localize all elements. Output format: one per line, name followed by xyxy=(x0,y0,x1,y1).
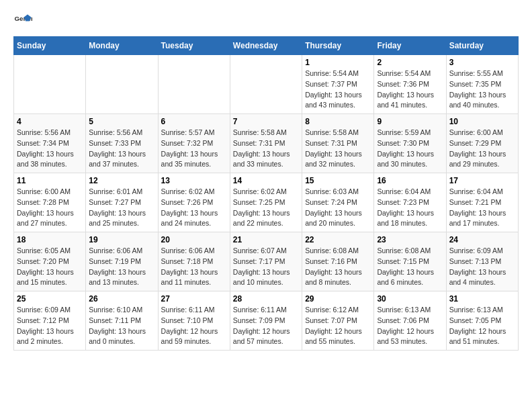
cell-content: Sunrise: 5:59 AM Sunset: 7:30 PM Dayligh… xyxy=(377,128,443,170)
day-number: 22 xyxy=(305,235,371,244)
cell-content: Sunrise: 6:09 AM Sunset: 7:13 PM Dayligh… xyxy=(449,246,515,288)
cell-content: Sunrise: 6:02 AM Sunset: 7:26 PM Dayligh… xyxy=(161,187,227,229)
cell-content: Sunrise: 6:00 AM Sunset: 7:29 PM Dayligh… xyxy=(449,128,515,170)
calendar-cell: 3Sunrise: 5:55 AM Sunset: 7:35 PM Daylig… xyxy=(446,55,518,114)
day-number: 8 xyxy=(305,117,371,126)
calendar-cell xyxy=(86,55,158,114)
day-number: 12 xyxy=(89,176,154,185)
cell-content: Sunrise: 6:06 AM Sunset: 7:18 PM Dayligh… xyxy=(161,246,227,288)
calendar-week-3: 11Sunrise: 6:00 AM Sunset: 7:28 PM Dayli… xyxy=(14,173,519,232)
cell-content: Sunrise: 6:10 AM Sunset: 7:11 PM Dayligh… xyxy=(89,305,154,347)
day-number: 20 xyxy=(161,235,227,244)
calendar-cell: 22Sunrise: 6:08 AM Sunset: 7:16 PM Dayli… xyxy=(302,232,374,291)
calendar-table: SundayMondayTuesdayWednesdayThursdayFrid… xyxy=(13,36,519,351)
calendar-cell: 30Sunrise: 6:13 AM Sunset: 7:06 PM Dayli… xyxy=(374,291,446,351)
day-number: 31 xyxy=(449,294,515,304)
cell-content: Sunrise: 5:58 AM Sunset: 7:31 PM Dayligh… xyxy=(233,128,299,170)
day-number: 24 xyxy=(449,235,515,244)
cell-content: Sunrise: 6:11 AM Sunset: 7:10 PM Dayligh… xyxy=(161,305,227,347)
calendar-cell: 16Sunrise: 6:04 AM Sunset: 7:23 PM Dayli… xyxy=(374,173,446,232)
calendar-cell: 27Sunrise: 6:11 AM Sunset: 7:10 PM Dayli… xyxy=(158,291,230,351)
calendar-cell: 13Sunrise: 6:02 AM Sunset: 7:26 PM Dayli… xyxy=(158,173,230,232)
calendar-week-5: 25Sunrise: 6:09 AM Sunset: 7:12 PM Dayli… xyxy=(14,291,519,351)
calendar-cell: 19Sunrise: 6:06 AM Sunset: 7:19 PM Dayli… xyxy=(86,232,158,291)
calendar-cell: 9Sunrise: 5:59 AM Sunset: 7:30 PM Daylig… xyxy=(374,114,446,173)
calendar-week-4: 18Sunrise: 6:05 AM Sunset: 7:20 PM Dayli… xyxy=(14,232,519,291)
day-number: 16 xyxy=(377,176,443,185)
calendar-cell: 28Sunrise: 6:11 AM Sunset: 7:09 PM Dayli… xyxy=(230,291,302,351)
calendar-cell xyxy=(158,55,230,114)
cell-content: Sunrise: 5:56 AM Sunset: 7:34 PM Dayligh… xyxy=(17,128,83,170)
calendar-week-2: 4Sunrise: 5:56 AM Sunset: 7:34 PM Daylig… xyxy=(14,114,519,173)
cell-content: Sunrise: 6:13 AM Sunset: 7:06 PM Dayligh… xyxy=(377,305,443,347)
cell-content: Sunrise: 6:04 AM Sunset: 7:23 PM Dayligh… xyxy=(377,187,443,229)
cell-content: Sunrise: 6:04 AM Sunset: 7:21 PM Dayligh… xyxy=(449,187,515,229)
cell-content: Sunrise: 5:57 AM Sunset: 7:32 PM Dayligh… xyxy=(161,128,227,170)
calendar-cell: 14Sunrise: 6:02 AM Sunset: 7:25 PM Dayli… xyxy=(230,173,302,232)
cell-content: Sunrise: 6:05 AM Sunset: 7:20 PM Dayligh… xyxy=(17,246,83,288)
calendar-cell: 4Sunrise: 5:56 AM Sunset: 7:34 PM Daylig… xyxy=(14,114,86,173)
cell-content: Sunrise: 6:03 AM Sunset: 7:24 PM Dayligh… xyxy=(305,187,371,229)
calendar-cell: 21Sunrise: 6:07 AM Sunset: 7:17 PM Dayli… xyxy=(230,232,302,291)
cell-content: Sunrise: 6:01 AM Sunset: 7:27 PM Dayligh… xyxy=(89,187,154,229)
cell-content: Sunrise: 6:08 AM Sunset: 7:16 PM Dayligh… xyxy=(305,246,371,288)
day-number: 14 xyxy=(233,176,299,185)
calendar-cell: 29Sunrise: 6:12 AM Sunset: 7:07 PM Dayli… xyxy=(302,291,374,351)
calendar-cell: 17Sunrise: 6:04 AM Sunset: 7:21 PM Dayli… xyxy=(446,173,518,232)
day-number: 11 xyxy=(17,176,83,185)
cell-content: Sunrise: 5:55 AM Sunset: 7:35 PM Dayligh… xyxy=(449,68,515,111)
day-header-sunday: Sunday xyxy=(14,37,86,55)
calendar-body: 1Sunrise: 5:54 AM Sunset: 7:37 PM Daylig… xyxy=(14,55,519,351)
day-number: 30 xyxy=(377,294,443,304)
day-number: 28 xyxy=(233,294,299,304)
cell-content: Sunrise: 6:06 AM Sunset: 7:19 PM Dayligh… xyxy=(89,246,154,288)
cell-content: Sunrise: 6:09 AM Sunset: 7:12 PM Dayligh… xyxy=(17,305,83,347)
calendar-cell: 25Sunrise: 6:09 AM Sunset: 7:12 PM Dayli… xyxy=(14,291,86,351)
cell-content: Sunrise: 6:00 AM Sunset: 7:28 PM Dayligh… xyxy=(17,187,83,229)
calendar-cell: 5Sunrise: 5:56 AM Sunset: 7:33 PM Daylig… xyxy=(86,114,158,173)
day-number: 23 xyxy=(377,235,443,244)
day-number: 1 xyxy=(305,58,371,67)
cell-content: Sunrise: 6:07 AM Sunset: 7:17 PM Dayligh… xyxy=(233,246,299,288)
cell-content: Sunrise: 6:11 AM Sunset: 7:09 PM Dayligh… xyxy=(233,305,299,347)
calendar-cell: 11Sunrise: 6:00 AM Sunset: 7:28 PM Dayli… xyxy=(14,173,86,232)
day-number: 13 xyxy=(161,176,227,185)
cell-content: Sunrise: 6:13 AM Sunset: 7:05 PM Dayligh… xyxy=(449,305,515,347)
cell-content: Sunrise: 5:58 AM Sunset: 7:31 PM Dayligh… xyxy=(305,128,371,170)
cell-content: Sunrise: 5:56 AM Sunset: 7:33 PM Dayligh… xyxy=(89,128,154,170)
cell-content: Sunrise: 6:02 AM Sunset: 7:25 PM Dayligh… xyxy=(233,187,299,229)
day-number: 3 xyxy=(449,58,515,67)
day-header-saturday: Saturday xyxy=(446,37,518,55)
calendar-cell: 12Sunrise: 6:01 AM Sunset: 7:27 PM Dayli… xyxy=(86,173,158,232)
calendar-cell: 7Sunrise: 5:58 AM Sunset: 7:31 PM Daylig… xyxy=(230,114,302,173)
day-number: 18 xyxy=(17,235,83,244)
day-header-wednesday: Wednesday xyxy=(230,37,302,55)
calendar-cell: 2Sunrise: 5:54 AM Sunset: 7:36 PM Daylig… xyxy=(374,55,446,114)
calendar-week-1: 1Sunrise: 5:54 AM Sunset: 7:37 PM Daylig… xyxy=(14,55,519,114)
calendar-cell xyxy=(230,55,302,114)
day-number: 4 xyxy=(17,117,83,126)
day-number: 5 xyxy=(89,117,154,126)
day-number: 10 xyxy=(449,117,515,126)
day-number: 26 xyxy=(89,294,154,304)
calendar-cell: 24Sunrise: 6:09 AM Sunset: 7:13 PM Dayli… xyxy=(446,232,518,291)
day-number: 27 xyxy=(161,294,227,304)
day-number: 2 xyxy=(377,58,443,67)
day-number: 17 xyxy=(449,176,515,185)
cell-content: Sunrise: 6:08 AM Sunset: 7:15 PM Dayligh… xyxy=(377,246,443,288)
day-number: 21 xyxy=(233,235,299,244)
cell-content: Sunrise: 5:54 AM Sunset: 7:37 PM Dayligh… xyxy=(305,68,371,111)
day-header-tuesday: Tuesday xyxy=(158,37,230,55)
calendar-cell: 20Sunrise: 6:06 AM Sunset: 7:18 PM Dayli… xyxy=(158,232,230,291)
calendar-cell: 23Sunrise: 6:08 AM Sunset: 7:15 PM Dayli… xyxy=(374,232,446,291)
calendar-cell: 18Sunrise: 6:05 AM Sunset: 7:20 PM Dayli… xyxy=(14,232,86,291)
day-number: 6 xyxy=(161,117,227,126)
logo: General xyxy=(13,11,35,30)
day-number: 19 xyxy=(89,235,154,244)
header: General xyxy=(13,11,519,30)
calendar-cell xyxy=(14,55,86,114)
day-number: 9 xyxy=(377,117,443,126)
day-number: 25 xyxy=(17,294,83,304)
calendar-cell: 10Sunrise: 6:00 AM Sunset: 7:29 PM Dayli… xyxy=(446,114,518,173)
cell-content: Sunrise: 6:12 AM Sunset: 7:07 PM Dayligh… xyxy=(305,305,371,347)
